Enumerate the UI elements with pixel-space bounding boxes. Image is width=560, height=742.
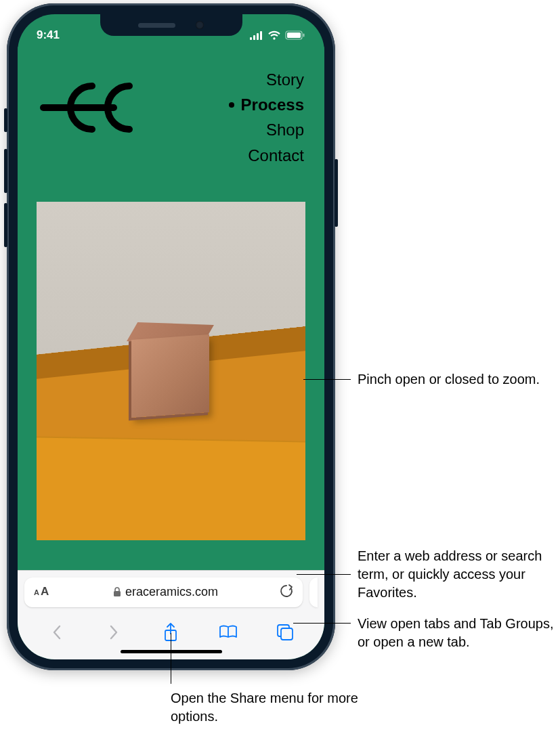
iphone-frame: 9:41: [7, 3, 335, 670]
reload-icon[interactable]: [280, 584, 293, 601]
svg-text:A: A: [34, 588, 39, 596]
notch: [100, 14, 242, 36]
mute-switch: [4, 108, 7, 132]
svg-rect-3: [260, 31, 262, 40]
site-nav: Story Process Shop Contact: [241, 67, 304, 168]
webpage-content[interactable]: Story Process Shop Contact: [18, 47, 324, 570]
callout-address: Enter a web address or search term, or q…: [358, 547, 560, 602]
screen: 9:41: [18, 14, 324, 659]
back-button[interactable]: [42, 617, 72, 647]
svg-rect-0: [250, 37, 252, 40]
chevron-right-icon: [108, 624, 119, 640]
nav-item-contact[interactable]: Contact: [241, 143, 304, 168]
cellular-icon: [250, 31, 263, 40]
callout-line: [303, 379, 351, 380]
address-bar[interactable]: AA eraceramics.com: [24, 577, 303, 607]
nav-item-story[interactable]: Story: [241, 67, 304, 92]
svg-rect-1: [253, 35, 255, 40]
book-icon: [218, 624, 238, 640]
callout-line: [171, 633, 171, 684]
site-logo[interactable]: [38, 67, 146, 148]
svg-text:A: A: [41, 585, 49, 597]
tabs-button[interactable]: [270, 617, 300, 647]
next-tab-hint[interactable]: [309, 577, 318, 607]
side-button: [335, 159, 338, 227]
hero-photo[interactable]: [37, 202, 305, 540]
status-time: 9:41: [37, 28, 60, 42]
callout-share: Open the Share menu for more options.: [171, 689, 374, 726]
tabs-icon: [276, 623, 295, 642]
callout-tabs: View open tabs and Tab Groups, or open a…: [358, 615, 560, 651]
wifi-icon: [267, 30, 281, 40]
text-size-icon[interactable]: AA: [34, 585, 51, 600]
speaker: [138, 23, 175, 28]
volume-up-button: [4, 149, 7, 193]
callout-pinch: Pinch open or closed to zoom.: [358, 370, 540, 389]
svg-rect-6: [303, 34, 305, 37]
volume-down-button: [4, 203, 7, 247]
callout-line: [293, 623, 351, 624]
lock-icon: [113, 587, 121, 597]
svg-rect-5: [287, 32, 301, 38]
front-camera: [196, 21, 204, 29]
url-text: eraceramics.com: [125, 585, 218, 599]
battery-icon: [285, 30, 305, 40]
nav-item-process[interactable]: Process: [241, 92, 304, 117]
address-bar-zone: AA eraceramics.com: [18, 570, 324, 613]
nav-item-shop[interactable]: Shop: [241, 117, 304, 142]
bookmarks-button[interactable]: [213, 617, 243, 647]
svg-rect-10: [114, 591, 121, 596]
svg-rect-2: [257, 33, 259, 40]
url-display[interactable]: eraceramics.com: [60, 585, 272, 599]
svg-rect-13: [281, 628, 293, 640]
forward-button[interactable]: [99, 617, 129, 647]
callout-line: [297, 574, 351, 575]
chevron-left-icon: [51, 624, 62, 640]
